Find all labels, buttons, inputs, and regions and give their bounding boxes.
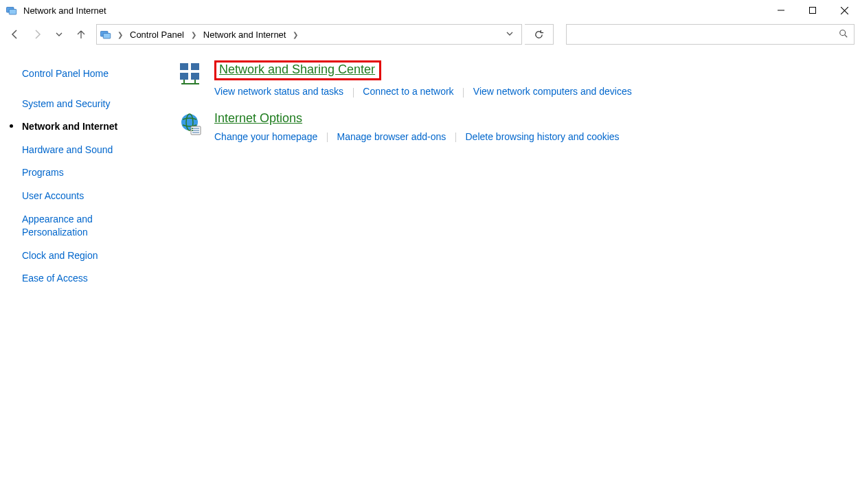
forward-button[interactable] <box>27 25 47 44</box>
svg-rect-10 <box>180 63 188 70</box>
sidebar-item-ease-of-access[interactable]: Ease of Access <box>14 269 157 288</box>
maximize-button[interactable] <box>797 0 828 21</box>
breadcrumb-item[interactable]: Network and Internet <box>201 30 289 40</box>
svg-rect-11 <box>191 63 199 70</box>
content-area: Network and Sharing Center View network … <box>165 48 860 293</box>
search-input[interactable] <box>572 30 839 40</box>
svg-rect-7 <box>103 34 111 39</box>
link-view-network-status[interactable]: View network status and tasks <box>214 86 343 97</box>
category-internet-options: Internet Options Change your homepage Ma… <box>179 111 846 143</box>
svg-point-23 <box>192 128 193 129</box>
sidebar-home[interactable]: Control Panel Home <box>14 65 157 84</box>
svg-point-24 <box>192 130 193 131</box>
back-button[interactable] <box>5 25 25 44</box>
navbar: ❯ Control Panel ❯ Network and Internet ❯ <box>0 21 860 48</box>
svg-rect-3 <box>810 8 816 14</box>
chevron-right-icon[interactable]: ❯ <box>190 31 198 38</box>
link-connect-network[interactable]: Connect to a network <box>363 86 453 97</box>
address-history-dropdown[interactable] <box>501 30 519 38</box>
network-sharing-icon <box>179 62 203 87</box>
sidebar-item-programs[interactable]: Programs <box>14 163 157 183</box>
minimize-button[interactable] <box>765 0 797 21</box>
sidebar-item-network-internet[interactable]: Network and Internet <box>14 117 157 137</box>
app-icon <box>5 4 18 16</box>
sidebar-item-appearance[interactable]: Appearance and Personalization <box>14 210 157 242</box>
link-change-homepage[interactable]: Change your homepage <box>214 131 317 142</box>
sublinks: Change your homepage Manage browser add-… <box>214 131 620 143</box>
search-box[interactable] <box>566 24 855 45</box>
search-icon[interactable] <box>839 29 848 41</box>
window-title: Network and Internet <box>23 5 106 16</box>
category-title-network-sharing[interactable]: Network and Sharing Center <box>214 60 381 80</box>
internet-options-icon <box>179 113 203 137</box>
separator <box>455 133 456 142</box>
sublinks: View network status and tasks Connect to… <box>214 86 632 98</box>
sidebar-item-hardware-sound[interactable]: Hardware and Sound <box>14 141 157 160</box>
separator <box>353 88 354 98</box>
separator <box>463 88 464 98</box>
link-delete-history[interactable]: Delete browsing history and cookies <box>466 131 620 142</box>
svg-rect-1 <box>9 10 16 15</box>
close-button[interactable] <box>828 0 860 21</box>
link-view-network-computers[interactable]: View network computers and devices <box>473 86 632 97</box>
svg-rect-12 <box>180 73 188 80</box>
recent-locations-button[interactable] <box>49 25 69 44</box>
location-icon <box>100 28 112 41</box>
sidebar: Control Panel Home System and Security N… <box>0 48 165 293</box>
chevron-right-icon[interactable]: ❯ <box>291 31 299 38</box>
category-title-internet-options[interactable]: Internet Options <box>214 111 302 126</box>
sidebar-item-clock-region[interactable]: Clock and Region <box>14 247 157 266</box>
separator <box>327 133 328 142</box>
svg-point-8 <box>840 30 846 35</box>
link-manage-addons[interactable]: Manage browser add-ons <box>337 131 446 142</box>
svg-line-9 <box>845 34 848 37</box>
sidebar-item-system-security[interactable]: System and Security <box>14 95 157 114</box>
titlebar: Network and Internet <box>0 0 860 21</box>
breadcrumb-item[interactable]: Control Panel <box>127 30 187 40</box>
refresh-button[interactable] <box>525 24 554 45</box>
sidebar-item-user-accounts[interactable]: User Accounts <box>14 187 157 206</box>
svg-rect-13 <box>191 73 199 80</box>
address-bar[interactable]: ❯ Control Panel ❯ Network and Internet ❯ <box>96 24 522 45</box>
up-button[interactable] <box>71 25 91 44</box>
category-network-sharing: Network and Sharing Center View network … <box>179 60 846 98</box>
chevron-right-icon[interactable]: ❯ <box>116 31 124 38</box>
